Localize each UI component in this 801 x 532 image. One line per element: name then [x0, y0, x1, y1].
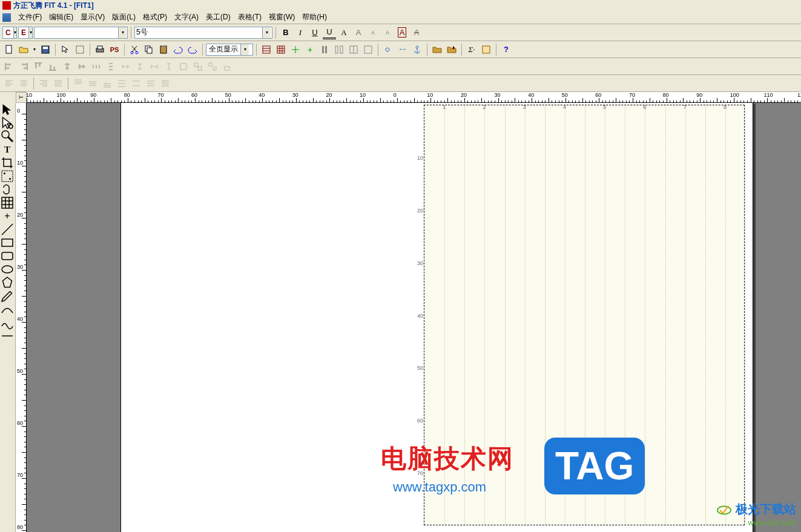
help-button[interactable]: ? — [499, 43, 513, 56]
para-5-button[interactable] — [130, 77, 143, 90]
redo-button[interactable] — [186, 43, 199, 56]
para-right-button[interactable] — [37, 77, 50, 90]
align-hcenter-button[interactable] — [61, 60, 74, 73]
subscript-button[interactable]: A — [381, 26, 394, 39]
polygon-tool[interactable] — [0, 276, 15, 289]
font-input[interactable] — [35, 27, 118, 38]
text-tool[interactable]: T — [0, 143, 15, 156]
folder2-button[interactable] — [445, 43, 458, 56]
para-6-button[interactable] — [144, 77, 157, 90]
boxed-text-button[interactable]: A — [395, 26, 409, 39]
col1-button[interactable] — [318, 43, 331, 56]
anchor-button[interactable] — [410, 43, 424, 56]
direct-select-button[interactable] — [59, 43, 72, 56]
snap-button[interactable]: + — [303, 43, 317, 56]
col3-button[interactable] — [347, 43, 360, 56]
horizontal-ruler[interactable]: 1101009080706050403020100102030405060708… — [27, 92, 801, 103]
para-left-button[interactable] — [2, 77, 16, 90]
size-input[interactable] — [135, 27, 262, 38]
vertical-ruler[interactable]: 01020304050607080 — [16, 103, 27, 532]
menu-file[interactable]: 文件(F) — [15, 11, 45, 24]
text-frame-button[interactable] — [73, 43, 87, 56]
zoom-tool[interactable] — [0, 130, 15, 143]
para-bot-button[interactable] — [101, 77, 114, 90]
italic-button[interactable]: I — [294, 26, 307, 39]
rectangle-tool[interactable] — [0, 236, 15, 249]
dist-v-button[interactable] — [104, 60, 117, 73]
shadow-text-button[interactable]: A — [352, 26, 365, 39]
undo-button[interactable] — [171, 43, 185, 56]
cut-button[interactable] — [128, 43, 141, 56]
group-button[interactable] — [191, 60, 205, 73]
grid-tool[interactable] — [0, 196, 15, 209]
open-button[interactable] — [17, 43, 30, 56]
strike-button[interactable]: A — [410, 26, 423, 39]
freehand-tool[interactable] — [0, 316, 15, 329]
font-dropdown[interactable]: ▾ — [34, 27, 128, 39]
paste-button[interactable] — [157, 43, 170, 56]
pen-tool[interactable] — [0, 289, 15, 303]
para-vmid-button[interactable] — [86, 77, 99, 90]
align-bottom-button[interactable] — [46, 60, 59, 73]
underline-button[interactable]: U — [308, 26, 321, 39]
menu-layout[interactable]: 版面(L) — [108, 11, 139, 24]
new-button[interactable] — [2, 43, 16, 56]
crop-tool[interactable] — [0, 156, 15, 169]
align-top-button[interactable] — [31, 60, 45, 73]
text-color-button[interactable]: A — [337, 26, 351, 39]
same-height-button[interactable] — [162, 60, 176, 73]
ellipse-tool[interactable] — [0, 263, 15, 276]
link-button[interactable] — [381, 43, 395, 56]
menu-format[interactable]: 格式(P) — [139, 11, 171, 24]
unlink-button[interactable] — [396, 43, 409, 56]
c-dropdown[interactable]: C ▾ — [2, 27, 17, 39]
link-tool[interactable] — [0, 183, 15, 196]
menu-text[interactable]: 文字(A) — [171, 11, 202, 24]
line-tool[interactable] — [0, 223, 15, 236]
menu-edit[interactable]: 编辑(E) — [45, 11, 77, 24]
folder1-button[interactable] — [430, 43, 444, 56]
menu-help[interactable]: 帮助(H) — [298, 11, 331, 24]
lock-button[interactable] — [220, 60, 234, 73]
formula-button[interactable]: Σ· — [465, 43, 478, 56]
menu-view[interactable]: 显示(V) — [77, 11, 108, 24]
selection-tool[interactable] — [0, 103, 15, 116]
para-justify-button[interactable] — [51, 77, 65, 90]
open-dropdown[interactable]: ▾ — [31, 43, 38, 56]
grid2-button[interactable] — [274, 43, 288, 56]
grid1-button[interactable] — [260, 43, 273, 56]
para-center-button[interactable] — [17, 77, 30, 90]
menu-window[interactable]: 视窗(W) — [265, 11, 298, 24]
ruler-corner[interactable]: ⊢ — [16, 92, 27, 103]
col4-button[interactable] — [361, 43, 375, 56]
canvas-area[interactable]: 1234567810203040506070 电脑技术网 www.tagxp.c… — [27, 103, 801, 532]
frame-tool[interactable] — [0, 169, 15, 183]
para-dist-button[interactable] — [115, 77, 128, 90]
ps-button[interactable]: PS — [108, 43, 121, 56]
copy-button[interactable] — [142, 43, 156, 56]
dist-h-button[interactable] — [90, 60, 103, 73]
zoom-dropdown[interactable]: 全页显示 ▾ — [206, 44, 253, 56]
save-button[interactable] — [39, 43, 52, 56]
direct-selection-tool[interactable] — [0, 116, 15, 130]
hline-tool[interactable] — [0, 329, 15, 343]
add-anchor-tool[interactable]: + — [0, 209, 15, 223]
bold-button[interactable]: B — [279, 26, 292, 39]
double-underline-button[interactable]: U — [323, 26, 336, 39]
superscript-button[interactable]: A — [366, 26, 380, 39]
script-button[interactable] — [480, 43, 493, 56]
para-7-button[interactable] — [159, 77, 172, 90]
rounded-rect-tool[interactable] — [0, 249, 15, 263]
same-size-button[interactable] — [177, 60, 190, 73]
dist-v2-button[interactable] — [133, 60, 147, 73]
align-vcenter-button[interactable] — [75, 60, 88, 73]
same-width-button[interactable] — [148, 60, 161, 73]
align-left-button[interactable] — [2, 60, 16, 73]
size-dropdown[interactable]: ▾ — [134, 27, 272, 39]
print-button[interactable] — [93, 43, 107, 56]
align-right-button[interactable] — [17, 60, 30, 73]
menu-table[interactable]: 表格(T) — [234, 11, 265, 24]
dist-h2-button[interactable] — [119, 60, 132, 73]
para-top-button[interactable] — [71, 77, 85, 90]
e-dropdown[interactable]: E ▾ — [18, 27, 33, 39]
